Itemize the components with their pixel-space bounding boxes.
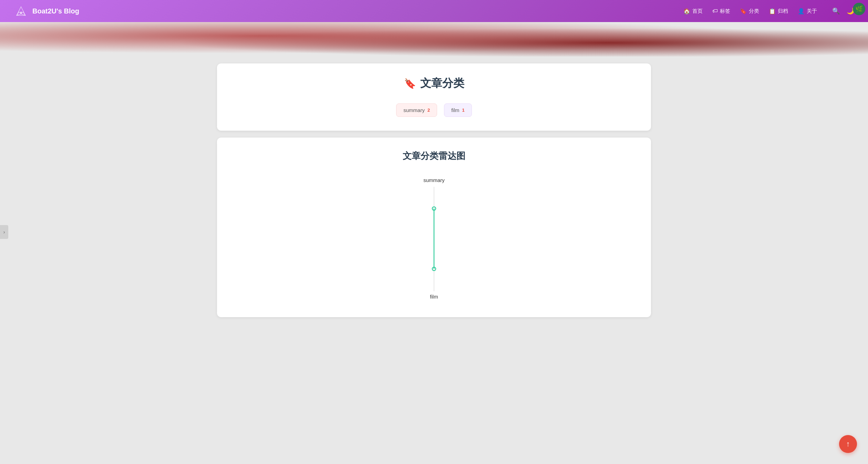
radar-label-summary: summary xyxy=(423,177,445,183)
search-icon: 🔍 xyxy=(832,7,840,15)
tag-icon: 🏷 xyxy=(712,8,718,14)
bookmark-icon: 🔖 xyxy=(404,78,416,89)
summary-tag-label: summary xyxy=(403,107,425,113)
chevron-right-icon: › xyxy=(3,229,5,235)
home-icon: 🏠 xyxy=(683,8,690,14)
radar-title: 文章分类雷达图 xyxy=(231,150,637,162)
category-tag-film[interactable]: film 1 xyxy=(444,103,472,117)
svg-point-3 xyxy=(20,12,22,13)
nav-categories-label: 分类 xyxy=(749,8,759,14)
brand-title: Boat2U's Blog xyxy=(32,7,79,15)
left-sidebar-toggle[interactable]: › xyxy=(0,225,8,239)
film-tag-label: film xyxy=(451,107,459,113)
radar-label-film: film xyxy=(430,294,438,300)
nav-about[interactable]: 👤 关于 xyxy=(798,8,817,14)
category-tag-summary[interactable]: summary 2 xyxy=(396,103,437,117)
nav-tags[interactable]: 🏷 标签 xyxy=(712,8,730,14)
radar-card: 文章分类雷达图 summary film xyxy=(217,138,651,317)
user-icon: 👤 xyxy=(798,8,805,14)
nav-links: 🏠 首页 🏷 标签 🔖 分类 📋 归档 👤 关于 🔍 🌙 xyxy=(683,7,854,15)
summary-tag-count: 2 xyxy=(427,108,430,113)
nav-actions: 🔍 🌙 xyxy=(832,7,854,15)
nav-archive-label: 归档 xyxy=(778,8,788,14)
categories-card: 🔖 文章分类 summary 2 film 1 xyxy=(217,63,651,131)
brand-logo-link[interactable]: Boat2U's Blog xyxy=(14,4,79,18)
notification-button[interactable]: 🌿 xyxy=(853,3,865,15)
nav-archive[interactable]: 📋 归档 xyxy=(769,8,788,14)
search-button[interactable]: 🔍 xyxy=(832,7,840,15)
radar-container: summary film xyxy=(231,172,637,303)
main-content: 🔖 文章分类 summary 2 film 1 文章分类雷达图 summary xyxy=(203,57,665,331)
notification-icon: 🌿 xyxy=(855,5,863,13)
nav-home-label: 首页 xyxy=(692,8,703,14)
scroll-to-top-button[interactable]: ↑ xyxy=(839,435,857,453)
arrow-up-icon: ↑ xyxy=(846,440,850,448)
nav-home[interactable]: 🏠 首页 xyxy=(683,8,703,14)
hero-banner xyxy=(0,22,868,57)
category-tags-container: summary 2 film 1 xyxy=(231,103,637,117)
categories-title-row: 🔖 文章分类 xyxy=(231,76,637,91)
categories-title: 文章分类 xyxy=(420,76,464,91)
film-tag-count: 1 xyxy=(462,108,465,113)
archive-icon: 📋 xyxy=(769,8,776,14)
bookmark-nav-icon: 🔖 xyxy=(740,8,747,14)
radar-chart: summary film xyxy=(348,172,520,303)
nav-about-label: 关于 xyxy=(807,8,817,14)
navbar: Boat2U's Blog 🏠 首页 🏷 标签 🔖 分类 📋 归档 👤 关于 🔍 xyxy=(0,0,868,22)
brand-fox-icon xyxy=(14,4,28,18)
nav-categories[interactable]: 🔖 分类 xyxy=(740,8,759,14)
nav-tags-label: 标签 xyxy=(720,8,730,14)
